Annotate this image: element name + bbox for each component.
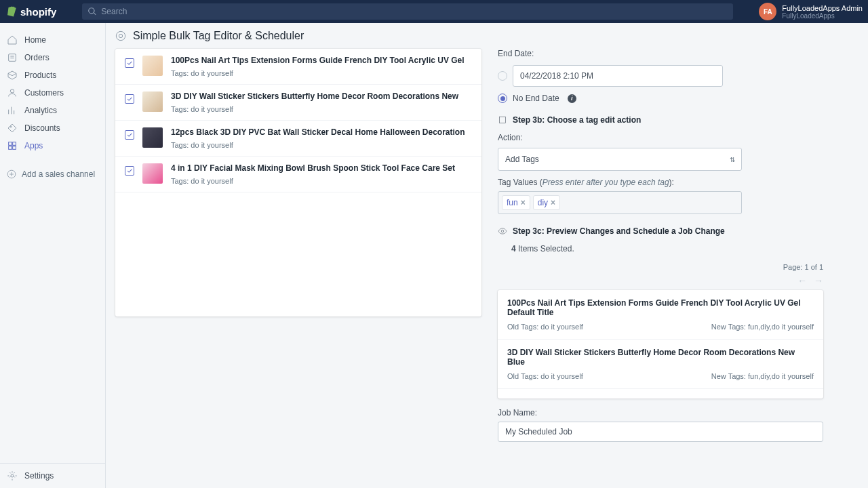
nav-home[interactable]: Home xyxy=(0,31,105,49)
job-name-input[interactable] xyxy=(498,422,823,442)
pager-next-icon[interactable]: → xyxy=(814,275,823,286)
pager-prev-icon[interactable]: ← xyxy=(797,275,807,286)
svg-point-9 xyxy=(116,31,125,40)
old-tags: Old Tags: do it yourself xyxy=(507,323,583,331)
no-end-date-label: No End Date xyxy=(513,94,559,103)
new-tags: New Tags: fun,diy,do it yourself xyxy=(711,372,814,380)
svg-point-10 xyxy=(119,34,122,37)
product-checkbox[interactable] xyxy=(125,58,134,68)
product-checkbox[interactable] xyxy=(125,166,134,176)
step-3c-header: Step 3c: Preview Changes and Schedule a … xyxy=(498,226,823,236)
product-thumb xyxy=(142,163,163,184)
product-tags: Tags: do it yourself xyxy=(171,177,472,185)
preview-card: 100Pcs Nail Art Tips Extension Forms Gui… xyxy=(498,290,823,399)
pager: Page: 1 of 1 xyxy=(498,263,823,271)
product-thumb xyxy=(142,92,163,112)
end-date-input[interactable] xyxy=(513,65,723,87)
nav-apps[interactable]: Apps xyxy=(0,137,105,155)
nav-products[interactable]: Products xyxy=(0,66,105,84)
app-icon xyxy=(115,30,126,41)
search-icon xyxy=(87,7,97,16)
product-thumb xyxy=(142,56,163,76)
svg-point-12 xyxy=(501,230,504,232)
items-selected: 4 Items Selected. xyxy=(511,244,823,253)
user-sub: FullyLoadedApps xyxy=(782,12,863,20)
radio-end-date[interactable] xyxy=(498,71,507,81)
svg-rect-5 xyxy=(9,146,12,150)
remove-tag-icon[interactable]: × xyxy=(521,198,526,207)
avatar: FA xyxy=(759,3,776,20)
nav-settings[interactable]: Settings xyxy=(0,463,105,488)
preview-name: 100Pcs Nail Art Tips Extension Forms Gui… xyxy=(507,298,814,317)
product-name: 12pcs Black 3D DIY PVC Bat Wall Sticker … xyxy=(171,127,472,137)
product-row[interactable]: 3D DIY Wall Sticker Stickers Butterfly H… xyxy=(115,85,481,121)
preview-row: 100Pcs Nail Art Tips Extension Forms Gui… xyxy=(498,290,823,340)
nav-orders[interactable]: Orders xyxy=(0,49,105,66)
product-tags: Tags: do it yourself xyxy=(171,69,472,77)
topbar: shopify FA FullyLoadedApps Admin FullyLo… xyxy=(0,0,868,23)
radio-no-end-date[interactable] xyxy=(498,94,507,103)
product-checkbox[interactable] xyxy=(125,130,134,140)
tag-chip: fun× xyxy=(502,195,530,210)
product-list-card: 100Pcs Nail Art Tips Extension Forms Gui… xyxy=(115,49,481,317)
svg-point-2 xyxy=(10,126,12,127)
nav-customers[interactable]: Customers xyxy=(0,84,105,102)
job-name-label: Job Name: xyxy=(498,408,823,418)
product-name: 100Pcs Nail Art Tips Extension Forms Gui… xyxy=(171,56,472,65)
product-row[interactable]: 100Pcs Nail Art Tips Extension Forms Gui… xyxy=(115,49,481,85)
svg-point-1 xyxy=(10,89,14,93)
info-icon[interactable]: i xyxy=(568,94,576,103)
old-tags: Old Tags: do it yourself xyxy=(507,372,583,380)
svg-point-8 xyxy=(11,474,14,477)
product-thumb xyxy=(142,127,163,148)
page-header: Simple Bulk Tag Editor & Scheduler xyxy=(106,23,868,49)
brand-text: shopify xyxy=(20,6,56,18)
sidebar: Home Orders Products Customers Analytics… xyxy=(0,23,106,488)
step-3b-header: Step 3b: Choose a tag edit action xyxy=(498,115,823,125)
main: Simple Bulk Tag Editor & Scheduler 100Pc… xyxy=(106,23,868,488)
search-input[interactable] xyxy=(101,7,728,16)
product-tags: Tags: do it yourself xyxy=(171,105,472,113)
product-checkbox[interactable] xyxy=(125,94,134,104)
svg-rect-0 xyxy=(9,54,16,62)
action-select[interactable]: Add Tags xyxy=(498,148,742,171)
preview-row: 3D DIY Wall Sticker Stickers Butterfly H… xyxy=(498,340,823,389)
page-title: Simple Bulk Tag Editor & Scheduler xyxy=(133,30,304,42)
new-tags: New Tags: fun,diy,do it yourself xyxy=(711,323,814,331)
remove-tag-icon[interactable]: × xyxy=(551,198,555,207)
action-label: Action: xyxy=(498,133,823,142)
svg-rect-6 xyxy=(13,146,16,150)
user-area[interactable]: FA FullyLoadedApps Admin FullyLoadedApps xyxy=(759,3,863,20)
svg-rect-3 xyxy=(9,142,12,146)
add-sales-channel[interactable]: Add a sales channel xyxy=(0,163,105,186)
product-name: 3D DIY Wall Sticker Stickers Butterfly H… xyxy=(171,92,472,101)
svg-rect-11 xyxy=(499,117,505,123)
tag-chip: diy× xyxy=(533,195,560,210)
tag-input[interactable]: fun× diy× xyxy=(498,191,742,214)
end-date-label: End Date: xyxy=(498,49,823,58)
preview-row: 12pcs Black 3D DIY PVC Bat Wall Sticker … xyxy=(498,389,823,399)
search-wrap[interactable] xyxy=(82,3,733,20)
nav-analytics[interactable]: Analytics xyxy=(0,102,105,119)
product-row[interactable]: 4 in 1 DIY Facial Mask Mixing Bowl Brush… xyxy=(115,157,481,192)
product-name: 4 in 1 DIY Facial Mask Mixing Bowl Brush… xyxy=(171,163,472,173)
product-row[interactable]: 12pcs Black 3D DIY PVC Bat Wall Sticker … xyxy=(115,121,481,157)
preview-name: 3D DIY Wall Sticker Stickers Butterfly H… xyxy=(507,348,814,367)
shopify-logo[interactable]: shopify xyxy=(5,5,56,18)
user-name: FullyLoadedApps Admin xyxy=(782,4,863,12)
tag-values-label: Tag Values (Press enter after you type e… xyxy=(498,178,823,187)
nav-discounts[interactable]: Discounts xyxy=(0,119,105,137)
svg-rect-4 xyxy=(13,142,16,146)
right-panel: End Date: No End Date i Step 3b: Choos xyxy=(498,49,823,454)
product-tags: Tags: do it yourself xyxy=(171,141,472,149)
preview-name: 12pcs Black 3D DIY PVC Bat Wall Sticker … xyxy=(507,397,814,399)
